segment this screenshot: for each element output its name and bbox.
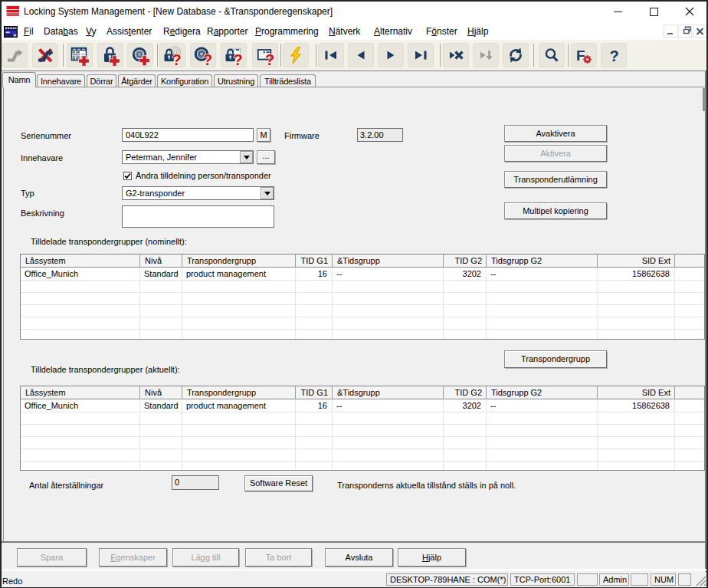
svg-text:?: ? (203, 51, 212, 67)
svg-text:F: F (576, 48, 585, 64)
svg-text:?: ? (234, 51, 243, 67)
svg-text:?: ? (265, 51, 274, 66)
svg-text:?: ? (610, 48, 619, 64)
svg-text:?: ? (172, 51, 182, 67)
